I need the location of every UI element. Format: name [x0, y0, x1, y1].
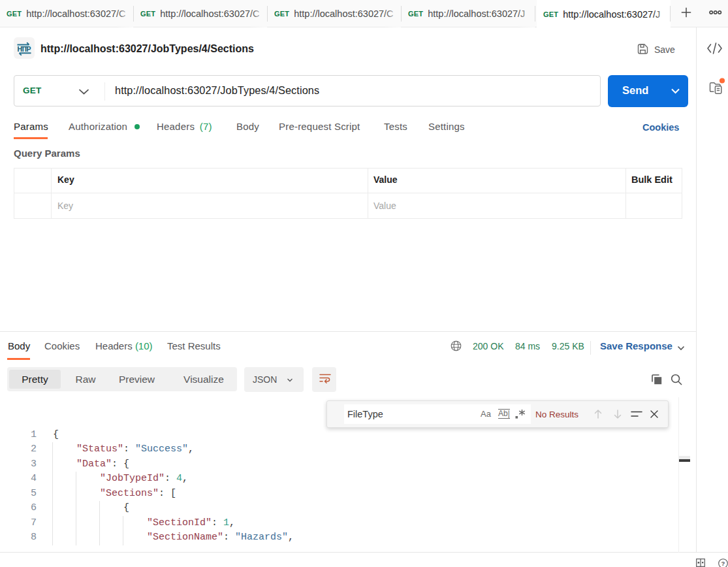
svg-text:HTTP: HTTP: [18, 45, 31, 53]
svg-text:?: ?: [721, 560, 725, 567]
